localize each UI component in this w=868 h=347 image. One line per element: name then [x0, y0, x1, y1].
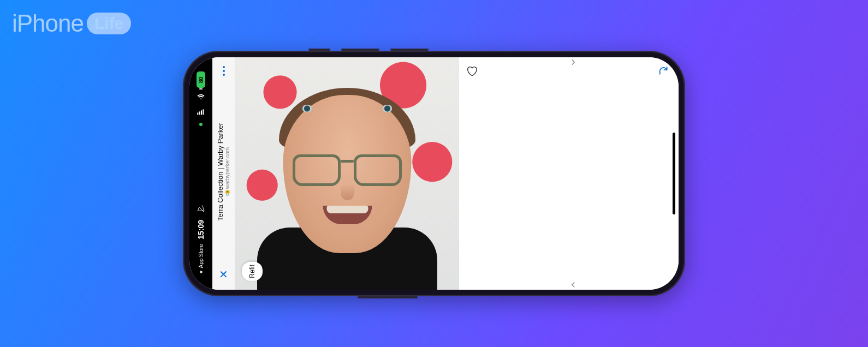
status-bar: 80 15:09 ◂ App Store [189, 57, 212, 290]
phone-notch [189, 138, 205, 209]
next-product-button[interactable] [568, 57, 578, 67]
phone-screen: 80 15:09 ◂ App Store Terra Collection | … [189, 57, 679, 290]
product-panel: View full details › ＋Try at home Buy fro… [459, 57, 679, 290]
user-face-tryon [268, 80, 426, 277]
carousel-nav [463, 57, 679, 290]
svg-rect-0 [197, 112, 198, 115]
status-time: 15:09 [197, 220, 205, 240]
ar-glasses-overlay [293, 154, 402, 188]
page-domain: 🔒 warbyparker.com [224, 123, 230, 221]
phone-volume-up-button [341, 49, 379, 51]
more-options-button[interactable] [223, 66, 225, 76]
page-title: Terra Collection | Warby Parker [217, 123, 224, 221]
phone-frame: 80 15:09 ◂ App Store Terra Collection | … [183, 51, 685, 296]
watermark-iphone-text: iPhone [12, 10, 84, 37]
watermark-life-pill: Life [87, 13, 131, 34]
wifi-icon [197, 92, 205, 103]
battery-indicator: 80 [197, 71, 205, 88]
back-to-app-link[interactable]: ◂ App Store [198, 244, 204, 276]
status-left-cluster: 15:09 ◂ App Store [189, 205, 212, 276]
phone-side-button [308, 49, 330, 51]
close-button[interactable]: ✕ [219, 268, 228, 281]
refit-button[interactable]: Refit [242, 262, 263, 281]
prev-product-button[interactable] [568, 280, 578, 290]
phone-volume-down-button [390, 49, 429, 51]
home-indicator[interactable] [673, 133, 675, 214]
status-right-cluster: 80 [189, 71, 212, 126]
address-bar[interactable]: Terra Collection | Warby Parker 🔒 warbyp… [217, 123, 230, 221]
phone-power-button [358, 296, 418, 298]
svg-rect-2 [201, 110, 202, 115]
page-content: Refit View full details › ＋Try at ho [235, 57, 679, 290]
browser-chrome: Terra Collection | Warby Parker 🔒 warbyp… [212, 57, 235, 290]
cellular-signal-icon [197, 107, 205, 118]
svg-rect-3 [203, 109, 204, 115]
ar-tryon-camera-view[interactable]: Refit [235, 57, 459, 290]
camera-active-dot [199, 123, 203, 126]
svg-rect-1 [199, 111, 200, 115]
watermark-logo: iPhone Life [12, 10, 131, 37]
